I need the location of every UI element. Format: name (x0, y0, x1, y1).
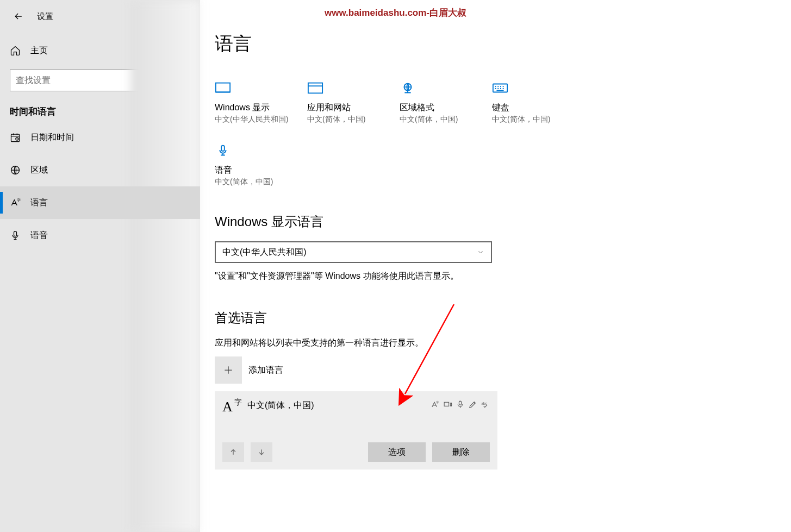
tile-title: 键盘 (492, 102, 584, 114)
options-button[interactable]: 选项 (368, 442, 426, 462)
tile-region-format[interactable]: 区域格式 中文(简体，中国) (400, 78, 492, 124)
microphone-icon (10, 230, 21, 241)
plus-icon (223, 365, 234, 375)
globe-stand-icon (400, 82, 416, 95)
settings-sidebar: 设置 主页 时间和语言 日期和时间 区域 字 语言 语音 (0, 0, 200, 532)
sidebar-home-label: 主页 (30, 45, 48, 57)
remove-button[interactable]: 删除 (432, 442, 490, 462)
keyboard-icon (492, 82, 508, 95)
tile-subtitle: 中文(中华人民共和国) (215, 115, 307, 124)
display-language-dropdown[interactable]: 中文(中华人民共和国) (215, 241, 492, 263)
section-display-language: Windows 显示语言 (215, 213, 791, 230)
tile-subtitle: 中文(简体，中国) (492, 115, 584, 124)
monitor-icon (215, 82, 231, 95)
svg-text:abc: abc (481, 402, 487, 405)
tile-title: 应用和网站 (307, 102, 400, 114)
display-language-help: "设置"和"文件资源管理器"等 Windows 功能将使用此语言显示。 (215, 271, 791, 282)
sidebar-item-label: 区域 (30, 165, 48, 176)
arrow-up-icon (229, 448, 238, 456)
tile-keyboard[interactable]: 键盘 中文(简体，中国) (492, 78, 584, 124)
svg-rect-10 (221, 146, 225, 151)
text-to-speech-icon (443, 400, 452, 409)
speech-recognition-icon (456, 400, 465, 409)
tile-subtitle: 中文(简体，中国) (307, 115, 400, 124)
sidebar-item-datetime[interactable]: 日期和时间 (0, 121, 200, 154)
back-button[interactable] (10, 8, 27, 25)
arrow-left-icon (13, 11, 24, 22)
language-pack-icon: 字 (431, 400, 440, 409)
language-icon: 字 (10, 197, 21, 208)
svg-text:字: 字 (17, 198, 21, 202)
handwriting-icon (468, 400, 477, 409)
tile-title: 语音 (215, 165, 307, 176)
sidebar-item-label: 语音 (30, 230, 48, 241)
tile-title: 区域格式 (400, 102, 492, 114)
svg-text:字: 字 (436, 400, 439, 404)
svg-rect-12 (444, 402, 449, 406)
language-feature-icons: 字 abc (431, 400, 490, 409)
svg-rect-13 (459, 401, 461, 405)
tile-subtitle: 中文(简体，中国) (215, 177, 307, 187)
plus-button (215, 356, 242, 384)
main-content: 语言 Windows 显示 中文(中华人民共和国) 应用和网站 中文(简体，中国… (215, 0, 791, 532)
calendar-clock-icon (10, 132, 21, 143)
language-card-selected[interactable]: A字 中文(简体，中国) 字 abc 选项 删除 (215, 391, 497, 470)
tile-title: Windows 显示 (215, 102, 307, 114)
sidebar-item-label: 日期和时间 (30, 132, 74, 143)
sidebar-item-label: 语言 (30, 197, 48, 209)
svg-rect-6 (216, 83, 230, 92)
sidebar-item-region[interactable]: 区域 (0, 154, 200, 186)
sidebar-item-language[interactable]: 字 语言 (0, 186, 200, 219)
move-up-button[interactable] (222, 442, 244, 462)
tile-speech[interactable]: 语音 中文(简体，中国) (215, 141, 307, 187)
chevron-down-icon (477, 248, 484, 256)
window-title: 设置 (37, 11, 53, 22)
arrow-down-icon (257, 448, 266, 456)
home-icon (10, 45, 21, 56)
tile-subtitle: 中文(简体，中国) (400, 115, 492, 124)
window-icon (307, 82, 323, 95)
sidebar-item-speech[interactable]: 语音 (0, 219, 200, 252)
language-glyph-icon: A字 (222, 400, 240, 414)
svg-rect-7 (308, 83, 322, 93)
tile-windows-display[interactable]: Windows 显示 中文(中华人民共和国) (215, 78, 307, 124)
globe-icon (10, 165, 21, 176)
language-tiles: Windows 显示 中文(中华人民共和国) 应用和网站 中文(简体，中国) 区… (215, 78, 595, 203)
tile-apps-websites[interactable]: 应用和网站 中文(简体，中国) (307, 78, 400, 124)
preferred-language-help: 应用和网站将以列表中受支持的第一种语言进行显示。 (215, 337, 791, 349)
spellcheck-icon: abc (481, 400, 490, 409)
dropdown-value: 中文(中华人民共和国) (222, 247, 307, 258)
svg-rect-5 (14, 231, 17, 236)
language-name: 中文(简体，中国) (247, 400, 314, 411)
section-preferred-language: 首选语言 (215, 309, 791, 327)
page-title: 语言 (215, 32, 791, 57)
microphone-icon (215, 144, 231, 157)
add-language-label: 添加语言 (248, 365, 283, 376)
sidebar-blur-decoration (130, 0, 200, 532)
add-language-button[interactable]: 添加语言 (215, 356, 791, 384)
watermark-text: www.baimeidashu.com-白眉大叔 (325, 7, 466, 19)
move-down-button[interactable] (251, 442, 272, 462)
